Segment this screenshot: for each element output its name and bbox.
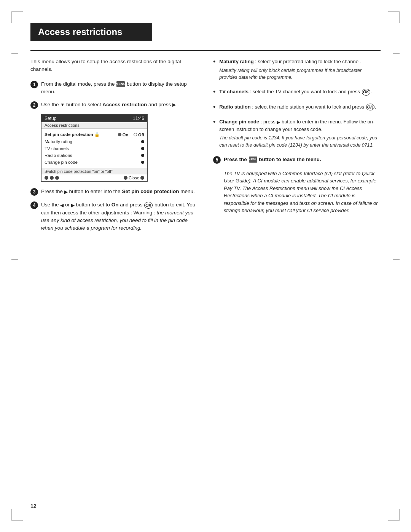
radio-label: Radio stations [45,153,139,158]
tv-dot [141,147,144,150]
menu-icon-1: MENU [116,81,125,87]
pincode-label: Set pin code protection 🔒 [45,132,118,137]
page-number: 12 [30,503,37,509]
radio-on: On [118,133,128,137]
bullet-radio: • Radio station : select the radio stati… [213,103,381,112]
setup-footer: Switch pin code protection "on" or "off" [41,168,147,174]
arrow-right-icon-3: ▶ [64,189,68,195]
step-num-1: 1 [30,81,38,88]
ok-icon-tv: OK [362,89,370,96]
radio-dot [141,154,144,157]
on-off-group: On Off [118,133,144,137]
bullet-changepin-text: Change pin code : press ▶ button to ente… [219,119,374,132]
step-num-3: 3 [30,188,38,196]
menu-icon-5: MENU [249,157,257,163]
arrow-left-icon: ◀ [60,202,64,209]
ok-icon-radio: OK [366,104,374,110]
bullet-dot-maturity: • [213,58,215,66]
bullet-radio-content: Radio station : select the radio station… [219,103,376,111]
main-content: This menu allows you to setup the access… [30,58,381,237]
side-mark-left-mid [11,259,18,260]
changepin-label: Change pin code [45,160,139,165]
step-3: 3 Press the ▶ button to enter into the S… [30,188,198,196]
step-num-4: 4 [30,201,38,209]
title-separator [30,50,381,51]
bullet-dot-tv: • [213,88,215,96]
step-4-text: Use the ◀ or ▶ button to set to On and p… [41,201,198,232]
step-num-2: 2 [30,101,38,109]
bullet-radio-text: Radio station : select the radio station… [219,104,376,110]
corner-mark-bl [11,509,23,521]
side-mark-right-top [393,53,400,54]
bullet-maturity-content: Maturity rating : select your preferred … [219,58,381,81]
bullet-tv-content: TV channels : select the TV channel you … [219,88,372,96]
corner-mark-br [388,509,400,521]
arrow-right-changepin: ▶ [277,119,280,126]
ctrl-dot-2 [50,176,54,180]
ctrl-close: Close [124,176,144,180]
bullet-tv-text: TV channels : select the TV channel you … [219,89,372,94]
radio-off: Off [134,133,144,137]
bullet-dot-changepin: • [213,118,215,126]
step-3-text: Press the ▶ button to enter into the Set… [41,188,198,195]
radio-off-circle [134,133,137,136]
bullet-tv: • TV channels : select the TV channel yo… [213,88,381,96]
intro-text: This menu allows you to setup the access… [30,58,198,73]
setup-title: Setup [45,116,56,121]
ctrl-close-label: Close [129,176,139,180]
setup-body: Set pin code protection 🔒 On Off [41,129,147,168]
ctrl-close-dot2 [140,176,144,180]
step-5-text: Press the MENU button to leave the menu. [224,156,321,163]
setup-row-changepin: Change pin code [45,159,144,166]
setup-row-pincode: Set pin code protection 🔒 On Off [45,131,144,138]
corner-mark-tl [11,11,23,23]
setup-row-maturity: Maturity rating [45,138,144,145]
maturity-italic: Maturity rating will only block certain … [219,67,381,81]
arrow-right-icon-4: ▶ [71,202,75,209]
setup-screen: Setup 11:46 Access restrictions Set pin … [41,114,148,182]
bullet-maturity-text: Maturity rating : select your preferred … [219,59,361,64]
left-column: This menu allows you to setup the access… [30,58,198,237]
side-mark-right-mid [393,259,400,260]
setup-header: Setup 11:46 [41,115,147,122]
page: Access restrictions This menu allows you… [0,0,411,532]
right-column: • Maturity rating : select your preferre… [213,58,381,218]
ctrl-dot-3 [55,176,59,180]
setup-subheader: Access restrictions [41,122,147,129]
step-2: 2 Use the ▼ button to select Access rest… [30,101,198,109]
setup-buttons: Close [41,174,147,181]
ctrl-close-dot [124,176,127,180]
setup-row-tv: TV channels [45,145,144,152]
ci-italic-block: The TV is equipped with a Common Interfa… [224,170,381,214]
step-2-text: Use the ▼ button to select Access restri… [41,101,198,109]
ctrl-dot-1 [45,176,48,180]
setup-time: 11:46 [133,116,144,121]
arrow-right-icon-2: ▶ [172,101,176,108]
arrow-down-icon: ▼ [60,101,65,108]
step-4: 4 Use the ◀ or ▶ button to set to On and… [30,201,198,232]
bullet-dot-radio: • [213,103,215,112]
radio-on-circle [118,133,121,136]
ok-icon-4: OK [144,202,153,209]
warning-label: Warning [133,210,152,216]
step-1-text: From the digital mode, press the MENU bu… [41,80,198,96]
corner-mark-tr [388,11,400,23]
tv-label: TV channels [45,146,139,151]
bullet-changepin-content: Change pin code : press ▶ button to ente… [219,118,381,149]
setup-row-radio: Radio stations [45,152,144,159]
step-5: 5 Press the MENU button to leave the men… [213,156,381,164]
step-1: 1 From the digital mode, press the MENU … [30,80,198,96]
changepin-dot [141,161,144,164]
bullet-maturity: • Maturity rating : select your preferre… [213,58,381,81]
maturity-label: Maturity rating [45,139,139,144]
maturity-dot [141,140,144,143]
changepin-italic: The default pin code is 1234. If you hav… [219,134,381,149]
step-num-5: 5 [213,156,221,164]
bullet-changepin: • Change pin code : press ▶ button to en… [213,118,381,149]
page-title: Access restrictions [30,23,152,41]
side-mark-left-top [11,53,18,54]
